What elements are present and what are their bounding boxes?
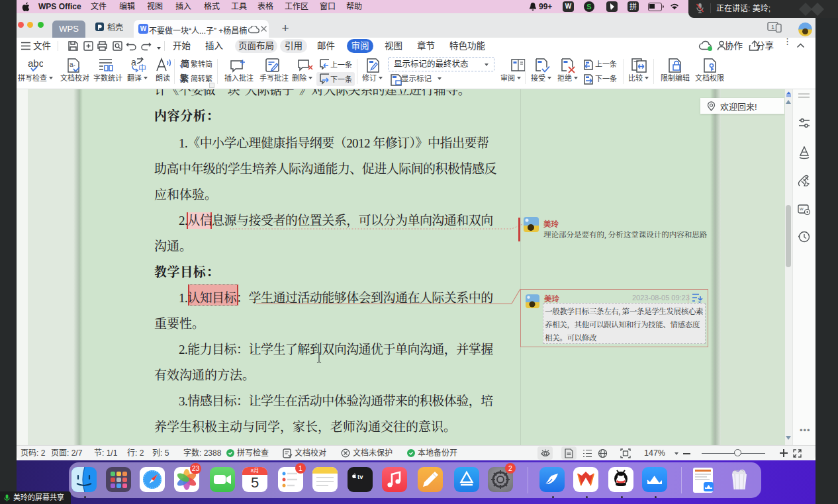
svg-text:a: a xyxy=(131,57,136,67)
svg-text:简: 简 xyxy=(181,59,189,69)
svg-text:中: 中 xyxy=(138,63,146,73)
svg-text:a-: a- xyxy=(70,61,75,68)
svg-text:abc: abc xyxy=(28,58,43,69)
svg-text:1: 1 xyxy=(771,24,774,30)
svg-text:W: W xyxy=(800,207,804,211)
svg-text:tv: tv xyxy=(357,473,363,480)
